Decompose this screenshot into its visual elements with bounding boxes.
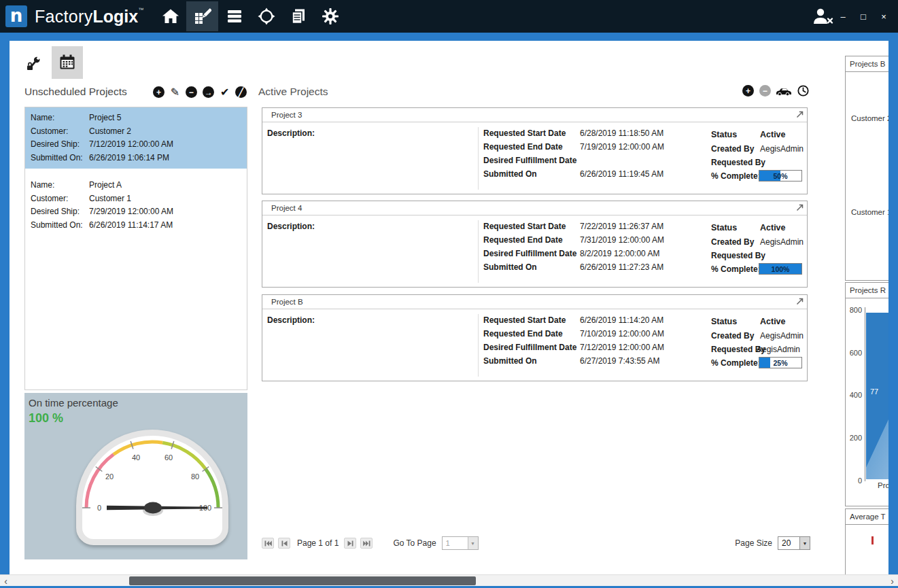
created-by-label: Created By [711, 331, 754, 341]
schedule-arrow-icon[interactable]: → [203, 86, 214, 98]
average-panel-title: Average T [846, 509, 888, 525]
clock-icon[interactable] [797, 85, 809, 97]
submitted-on-label: Submitted On [483, 356, 537, 366]
close-button[interactable]: × [879, 12, 888, 22]
progress-label: 50% [759, 171, 801, 181]
requested-end-value: 7/19/2019 12:00:00 AM [580, 142, 664, 152]
requested-by-value: AegisAdmin [757, 345, 800, 354]
project-panel-header[interactable]: Project 4 [262, 201, 807, 215]
gauge-tick-0: 0 [97, 504, 101, 512]
desired-fulfillment-label: Desired Fulfillment Date [483, 249, 576, 258]
horizontal-scrollbar[interactable]: ‹ › [0, 574, 898, 586]
submitted-on-label: Submitted On: [31, 152, 89, 165]
requested-by-label: Requested By [711, 251, 765, 260]
tab-scheduling-selected[interactable] [52, 46, 83, 79]
desired-ship-value: 7/29/2019 12:00:00 AM [89, 205, 173, 219]
scroll-left-icon[interactable]: ‹ [0, 575, 12, 587]
minimize-button[interactable]: – [838, 12, 848, 22]
nav-settings[interactable] [314, 0, 346, 33]
main-nav [154, 0, 346, 33]
remove-active-project-icon[interactable]: − [759, 85, 771, 97]
check-icon[interactable]: ✔ [220, 87, 229, 98]
status-label: Status [711, 317, 737, 326]
edit-pencil-icon[interactable]: ✎ [171, 87, 179, 98]
average-panel: Average T [845, 508, 888, 574]
add-active-project-icon[interactable]: + [742, 85, 754, 97]
requested-end-label: Requested End Date [483, 329, 563, 339]
desired-ship-label: Desired Ship: [31, 138, 89, 152]
expand-icon[interactable] [796, 298, 804, 305]
first-page-button[interactable] [262, 538, 274, 549]
desired-fulfillment-label: Desired Fulfillment Date [483, 156, 576, 165]
gauge-tick-20: 20 [105, 472, 114, 481]
brand-logix: Logix [92, 7, 138, 26]
unscheduled-project-card[interactable]: Name:Project A Customer:Customer 1 Desir… [25, 175, 247, 233]
description-label: Description: [267, 222, 315, 231]
desired-fulfillment-label: Desired Fulfillment Date [483, 343, 576, 352]
status-label: Status [711, 130, 737, 139]
compass-icon [258, 7, 275, 25]
gauge-title: On time percentage [29, 397, 118, 409]
trademark: ™ [138, 7, 143, 13]
submitted-on-label: Submitted On [483, 262, 537, 272]
customer-label: Customer: [31, 125, 89, 139]
unscheduled-projects-list: Name:Project 5 Customer:Customer 2 Desir… [24, 107, 247, 390]
last-page-button[interactable] [360, 538, 373, 549]
cancel-slash-icon[interactable]: ╱ [235, 86, 247, 98]
requested-start-value: 6/28/2019 11:18:50 AM [580, 128, 663, 138]
tab-setup[interactable] [20, 49, 48, 77]
nav-tracking[interactable] [250, 0, 282, 33]
dropdown-arrow-icon[interactable]: ▼ [799, 537, 810, 549]
project-panel-header[interactable]: Project 3 [262, 108, 807, 122]
active-project-panel: Project 4 Description: Requested Start D… [262, 201, 808, 288]
nav-production[interactable] [218, 0, 250, 33]
scroll-right-icon[interactable]: › [886, 575, 898, 587]
car-icon[interactable] [776, 86, 792, 96]
active-project-panel: Project 3 Description: Requested Start D… [262, 107, 808, 194]
requested-start-value: 6/26/2019 11:14:20 AM [580, 315, 663, 325]
next-page-button[interactable] [344, 538, 356, 549]
go-to-page-input[interactable]: 1 ▼ [442, 536, 479, 550]
scrollbar-thumb[interactable] [129, 576, 476, 585]
logo-letter: n [10, 5, 23, 26]
status-value: Active [760, 130, 786, 139]
main-content: Unscheduled Projects + ✎ − → ✔ ╱ Name:Pr… [10, 41, 888, 574]
maximize-button[interactable]: □ [859, 12, 868, 22]
submitted-on-value: 6/26/2019 11:27:23 AM [580, 262, 663, 272]
progress-bar: 50% [759, 170, 802, 181]
brand-factory: Factory [35, 7, 92, 26]
ytick-200: 200 [847, 434, 862, 442]
expand-icon[interactable] [796, 111, 804, 118]
project-name: Project 4 [271, 204, 302, 212]
chart-mark [871, 536, 874, 544]
unscheduled-project-card[interactable]: Name:Project 5 Customer:Customer 2 Desir… [25, 107, 247, 169]
go-to-page-value: 1 [443, 537, 468, 549]
panel-divider [478, 220, 479, 283]
factorylogix-window: n FactoryLogix™ [0, 0, 898, 588]
percent-complete-label: % Complete: [711, 171, 761, 181]
previous-page-button[interactable] [278, 538, 290, 549]
dropdown-arrow-icon[interactable]: ▼ [468, 537, 478, 549]
nav-reports[interactable] [282, 0, 314, 33]
percent-complete-label: % Complete: [711, 358, 761, 368]
pagination-bar: Page 1 of 1 Go To Page 1 ▼ Page Size 20 … [262, 536, 810, 551]
project-panel-body: Description: Requested Start Date 6/28/2… [262, 123, 807, 194]
requested-start-label: Requested Start Date [483, 222, 566, 231]
requested-end-label: Requested End Date [483, 235, 563, 245]
progress-bar: 25% [759, 357, 802, 368]
ytick-600: 600 [847, 349, 862, 357]
submitted-on-value: 6/26/2019 1:06:14 PM [89, 152, 169, 165]
page-size-select[interactable]: 20 ▼ [778, 536, 810, 550]
app-title: FactoryLogix™ [35, 7, 143, 27]
active-projects-title: Active Projects [258, 86, 328, 98]
remove-project-icon[interactable]: − [186, 86, 197, 98]
add-project-icon[interactable]: + [153, 86, 165, 98]
nav-scheduling-selected[interactable] [186, 1, 218, 31]
nav-home[interactable] [154, 0, 186, 33]
y-axis [865, 307, 865, 481]
logout-user-button[interactable] [812, 7, 833, 28]
expand-icon[interactable] [796, 204, 804, 211]
active-toolbar: + − [742, 85, 809, 97]
project-panel-header[interactable]: Project B [262, 295, 807, 309]
unscheduled-projects-title: Unscheduled Projects [24, 86, 127, 98]
